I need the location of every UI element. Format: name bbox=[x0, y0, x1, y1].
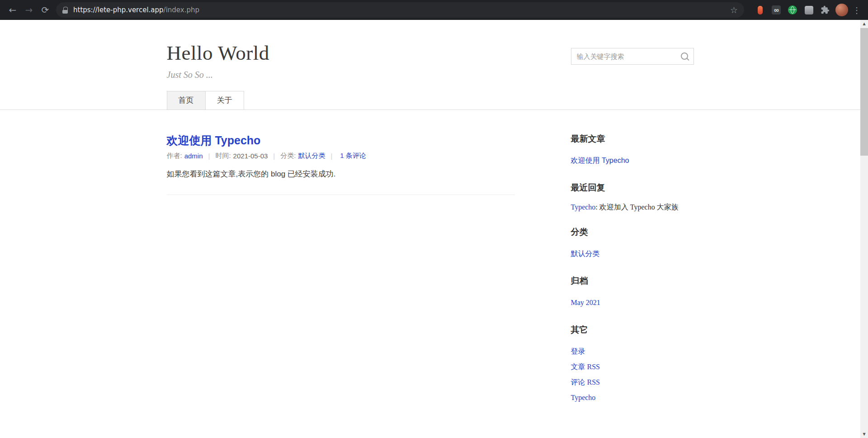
site-subtitle: Just So So ... bbox=[167, 70, 694, 80]
widget-archives: 归档 May 2021 bbox=[571, 276, 694, 310]
time-value: 2021-05-03 bbox=[233, 152, 268, 160]
scroll-thumb[interactable] bbox=[860, 28, 868, 156]
post-body: 如果您看到这篇文章,表示您的 blog 已经安装成功. bbox=[167, 168, 515, 180]
list-item: 默认分类 bbox=[571, 246, 694, 262]
profile-avatar[interactable] bbox=[835, 4, 848, 16]
category-label: 分类: bbox=[280, 152, 296, 160]
comments-link[interactable]: 1 条评论 bbox=[340, 152, 366, 160]
categories-list: 默认分类 bbox=[571, 246, 694, 262]
archives-list: May 2021 bbox=[571, 295, 694, 310]
browser-toolbar: ← → ⟳ https://lete-php.vercel.app/index.… bbox=[0, 0, 868, 20]
content-area: 欢迎使用 Typecho 作者: admin | 时间: 2021-05-03 … bbox=[167, 110, 694, 424]
sidebar: 最新文章 欢迎使用 Typecho 最近回复 Typecho: 欢迎加入 Typ… bbox=[571, 133, 694, 405]
main-column: 欢迎使用 Typecho 作者: admin | 时间: 2021-05-03 … bbox=[167, 133, 515, 405]
recent-post-link[interactable]: 欢迎使用 Typecho bbox=[571, 157, 629, 164]
extension-icon-oo[interactable]: oo bbox=[769, 2, 784, 18]
widget-misc: 其它 登录 文章 RSS 评论 RSS Typecho bbox=[571, 324, 694, 405]
comment-text: : 欢迎加入 Typecho 大家族 bbox=[595, 203, 678, 211]
misc-list: 登录 文章 RSS 评论 RSS Typecho bbox=[571, 344, 694, 405]
extensions-area: oo bbox=[752, 2, 833, 18]
search-input[interactable] bbox=[571, 48, 693, 64]
extension-icon-red[interactable] bbox=[752, 2, 768, 18]
url-text: https://lete-php.vercel.app/index.php bbox=[73, 6, 199, 14]
recent-posts-list: 欢迎使用 Typecho bbox=[571, 153, 694, 168]
widget-title-misc: 其它 bbox=[571, 324, 694, 335]
time-label: 时间: bbox=[215, 152, 231, 160]
widget-title-recent-posts: 最新文章 bbox=[571, 133, 694, 144]
typecho-link[interactable]: Typecho bbox=[571, 394, 596, 401]
scroll-up-button[interactable]: ▲ bbox=[860, 20, 868, 28]
category-list-link[interactable]: 默认分类 bbox=[571, 250, 600, 257]
author-label: 作者: bbox=[167, 152, 182, 160]
back-button[interactable]: ← bbox=[5, 2, 21, 18]
post-title-link[interactable]: 欢迎使用 Typecho bbox=[167, 133, 515, 147]
extension-red-glyph bbox=[758, 6, 763, 14]
post-meta: 作者: admin | 时间: 2021-05-03 | 分类: 默认分类 | … bbox=[167, 152, 515, 160]
list-item: 评论 RSS bbox=[571, 375, 694, 390]
reload-button[interactable]: ⟳ bbox=[37, 2, 53, 18]
widget-recent-posts: 最新文章 欢迎使用 Typecho bbox=[571, 133, 694, 168]
widget-recent-comments: 最近回复 Typecho: 欢迎加入 Typecho 大家族 bbox=[571, 182, 694, 213]
widget-title-recent-comments: 最近回复 bbox=[571, 182, 694, 193]
extension-icon-gray[interactable] bbox=[801, 2, 816, 18]
extension-icon-globe[interactable] bbox=[785, 2, 800, 18]
main-nav: 首页 关于 bbox=[167, 91, 694, 110]
widget-categories: 分类 默认分类 bbox=[571, 227, 694, 262]
nav-tab-home[interactable]: 首页 bbox=[167, 91, 206, 110]
meta-separator: | bbox=[273, 152, 275, 160]
page-viewport: ▲ ▼ Hello World Just So So ... 首页 关于 bbox=[0, 20, 868, 438]
blog-page: Hello World Just So So ... 首页 关于 欢迎使用 Ty… bbox=[0, 20, 868, 438]
post-divider bbox=[167, 195, 515, 195]
puzzle-icon bbox=[821, 5, 830, 14]
nav-tab-about[interactable]: 关于 bbox=[206, 91, 244, 110]
forward-button[interactable]: → bbox=[21, 2, 37, 18]
bookmark-star-icon[interactable]: ☆ bbox=[730, 5, 738, 15]
ssl-lock-icon[interactable] bbox=[62, 7, 68, 14]
site-header: Hello World Just So So ... 首页 关于 bbox=[0, 20, 860, 110]
extension-oo-glyph: oo bbox=[772, 5, 781, 14]
login-link[interactable]: 登录 bbox=[571, 348, 585, 355]
list-item: 登录 bbox=[571, 344, 694, 359]
post: 欢迎使用 Typecho 作者: admin | 时间: 2021-05-03 … bbox=[167, 133, 515, 180]
extensions-puzzle-button[interactable] bbox=[817, 2, 833, 18]
extension-gray-glyph bbox=[805, 6, 813, 14]
meta-separator: | bbox=[208, 152, 210, 160]
browser-menu-kebab-icon[interactable]: ⋮ bbox=[850, 2, 863, 18]
category-link[interactable]: 默认分类 bbox=[298, 152, 325, 160]
meta-separator: | bbox=[330, 152, 332, 160]
widget-title-archives: 归档 bbox=[571, 276, 694, 286]
url-path: /index.php bbox=[164, 6, 199, 14]
address-bar[interactable]: https://lete-php.vercel.app/index.php ☆ bbox=[56, 2, 744, 18]
archive-link[interactable]: May 2021 bbox=[571, 299, 600, 306]
list-item: Typecho bbox=[571, 390, 694, 405]
widget-title-categories: 分类 bbox=[571, 227, 694, 238]
list-item: May 2021 bbox=[571, 295, 694, 310]
search-icon bbox=[680, 52, 690, 62]
recent-comment: Typecho: 欢迎加入 Typecho 大家族 bbox=[571, 202, 694, 213]
scrollbar[interactable]: ▲ ▼ bbox=[860, 20, 868, 438]
scroll-down-button[interactable]: ▼ bbox=[860, 430, 868, 438]
search-button[interactable] bbox=[680, 52, 690, 62]
comment-author-link[interactable]: Typecho bbox=[571, 203, 596, 211]
author-link[interactable]: admin bbox=[184, 152, 203, 160]
comments-rss-link[interactable]: 评论 RSS bbox=[571, 378, 600, 386]
search-box bbox=[571, 48, 694, 65]
globe-icon bbox=[788, 5, 797, 14]
url-domain: https://lete-php.vercel.app bbox=[73, 6, 164, 14]
list-item: 文章 RSS bbox=[571, 359, 694, 375]
posts-rss-link[interactable]: 文章 RSS bbox=[571, 363, 600, 371]
list-item: 欢迎使用 Typecho bbox=[571, 153, 694, 168]
